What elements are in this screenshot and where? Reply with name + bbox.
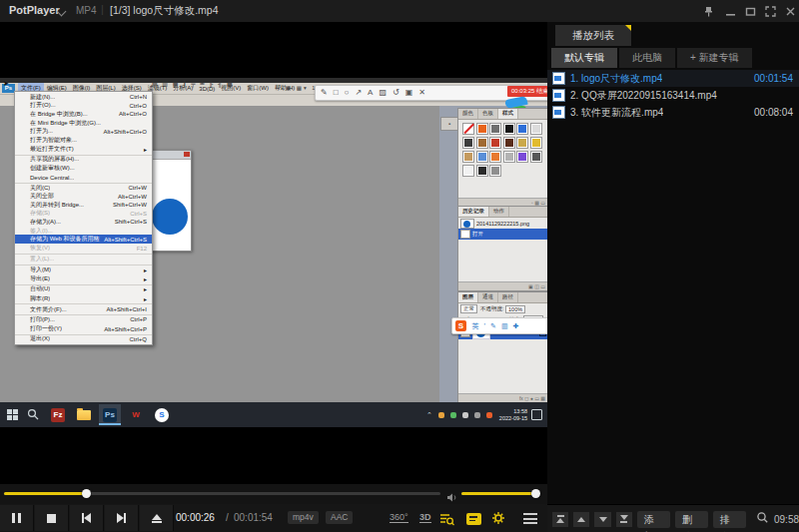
tray-icon[interactable] <box>450 412 456 418</box>
file-menu-item[interactable]: 导出(E) ▸ <box>15 274 152 285</box>
playlist-item[interactable]: 1. logo尺寸修改.mp4 00:01:54 <box>547 70 799 87</box>
move-top-button[interactable] <box>552 512 568 527</box>
stop-button[interactable] <box>35 505 69 531</box>
file-menu-item[interactable]: 置入(L)... <box>15 255 152 266</box>
minimize-button[interactable] <box>721 3 739 19</box>
file-menu-item[interactable]: 最近打开文件(T) ▸ <box>15 145 152 156</box>
delete-button[interactable]: 删除 <box>675 511 708 528</box>
ime-toolbar-icon[interactable]: 英 <box>472 321 479 331</box>
panel-tab[interactable]: 图层 <box>458 292 478 302</box>
panel-collapse-button[interactable]: ▪ <box>440 117 458 131</box>
file-menu-item[interactable]: 退出(X) Ctrl+Q <box>15 335 152 344</box>
taskbar-clock[interactable]: 13:58 2022-09-15 <box>499 408 527 421</box>
style-swatch[interactable] <box>476 123 488 135</box>
opacity-value[interactable]: 100% <box>505 305 525 313</box>
file-menu-item[interactable]: 打开为... Alt+Shift+Ctrl+O <box>15 127 152 136</box>
fullscreen-button[interactable] <box>761 3 779 19</box>
history-snapshot-row[interactable]: 20141129222215.png <box>458 218 548 229</box>
file-menu-item[interactable]: 关闭(C) Ctrl+W <box>15 184 152 193</box>
tray-icon[interactable] <box>438 412 444 418</box>
tray-icon[interactable] <box>486 412 492 418</box>
taskbar-app-button[interactable] <box>73 404 95 425</box>
style-swatch[interactable] <box>462 165 474 177</box>
file-menu-item[interactable]: 打开为智能对象... <box>15 136 152 145</box>
style-swatch[interactable] <box>476 165 488 177</box>
file-menu-item[interactable]: 自动(U) ▸ <box>15 285 152 294</box>
move-bottom-button[interactable] <box>616 512 632 527</box>
start-button[interactable] <box>7 409 18 420</box>
taskbar-app-button[interactable]: S <box>151 404 173 425</box>
close-button[interactable] <box>781 3 799 19</box>
file-menu-item[interactable]: 脚本(R) ▸ <box>15 293 152 304</box>
style-swatch[interactable] <box>489 123 501 135</box>
style-swatch[interactable] <box>489 137 501 149</box>
ime-toolbar-icon[interactable]: ▥ <box>501 322 508 330</box>
style-swatch[interactable] <box>489 165 501 177</box>
file-menu-item[interactable]: 共享我的屏幕(H)... <box>15 156 152 165</box>
recorder-tool-icon[interactable]: ✎ <box>321 87 328 99</box>
move-up-button[interactable] <box>573 512 589 527</box>
next-button[interactable] <box>105 505 139 531</box>
file-menu-item[interactable]: 恢复(V) F12 <box>15 244 152 255</box>
eject-button[interactable] <box>140 505 174 531</box>
panel-tab[interactable]: 通道 <box>478 292 498 302</box>
taskbar-app-button[interactable]: Ps <box>99 404 121 425</box>
panel-tab[interactable]: 历史记录 <box>458 207 489 217</box>
volume-bar[interactable] <box>461 492 539 495</box>
file-menu-item[interactable]: 打印一份(Y) Alt+Shift+Ctrl+P <box>15 324 152 335</box>
tray-expand-icon[interactable]: ⌃ <box>426 411 432 419</box>
file-menu-item[interactable]: 在 Bridge 中浏览(B)... Alt+Ctrl+O <box>15 110 152 119</box>
title-bar[interactable]: PotPlayer MP4 | [1/3] logo尺寸修改.mp4 <box>0 0 799 23</box>
ps-document-window[interactable] <box>148 150 192 252</box>
file-menu-item[interactable]: 文件简介(F)... Alt+Shift+Ctrl+I <box>15 304 152 315</box>
sogou-s-icon[interactable]: S <box>455 320 466 331</box>
tray-icon[interactable] <box>462 412 468 418</box>
recorder-tool-icon[interactable]: □ <box>334 87 339 99</box>
ps-menu-item[interactable]: 窗口(W) <box>244 83 272 94</box>
subtitle-button[interactable] <box>466 513 481 525</box>
maximize-button[interactable] <box>741 3 759 19</box>
playlist-search-button[interactable] <box>439 512 454 530</box>
history-step-row[interactable]: 打开 <box>458 229 548 240</box>
add-button[interactable]: 添加 <box>637 511 670 528</box>
ime-toolbar-icon[interactable]: ✚ <box>513 322 519 330</box>
ps-document-titlebar[interactable] <box>149 151 191 160</box>
playlist-subtab[interactable]: + 新建专辑 <box>677 48 752 68</box>
playlist-search-button-2[interactable] <box>756 510 769 528</box>
playlist-item[interactable]: 3. 软件更新流程.mp4 00:08:04 <box>547 104 799 121</box>
ps-align-icons[interactable]: ▤ ▥ ▦ ┃ ╤ ╧ ╟ ╢ ▩ <box>152 80 234 87</box>
playlist-item[interactable]: 2. QQ录屏20220915163414.mp4 <box>547 87 799 104</box>
style-swatch[interactable] <box>489 151 501 163</box>
recorder-tool-icon[interactable]: ✕ <box>418 87 425 99</box>
layers-panel-footer[interactable]: fx ◻ ● ▭ ▦ <box>458 393 548 402</box>
file-menu-item[interactable]: 在 Mini Bridge 中浏览(G)... <box>15 119 152 128</box>
tab-playlist[interactable]: 播放列表 <box>555 25 631 46</box>
recorder-tool-icon[interactable]: ↺ <box>393 87 400 99</box>
view-3d-button[interactable]: 3D <box>419 512 431 523</box>
file-menu-item[interactable]: 打印(P)... Ctrl+P <box>15 315 152 324</box>
file-menu-item[interactable]: 关闭并转到 Bridge... Shift+Ctrl+W <box>15 201 152 210</box>
file-menu-item[interactable]: 存储为 Web 和设备所用格式(D)... Alt+Shift+Ctrl+S <box>15 235 152 244</box>
seek-bar[interactable] <box>4 492 440 495</box>
ime-toolbar-icon[interactable]: ’ <box>484 322 486 329</box>
move-tool-icon[interactable]: ➤ <box>3 80 9 88</box>
history-panel-footer[interactable]: ▣ ◫ ▭ <box>458 281 548 290</box>
style-swatch[interactable] <box>503 151 515 163</box>
file-menu-item[interactable]: 存储(S) Ctrl+S <box>15 210 152 219</box>
file-menu-item[interactable]: 打开(O)... Ctrl+O <box>15 102 152 111</box>
style-swatch[interactable] <box>503 137 515 149</box>
video-area[interactable]: Ps 文件(F)编辑(E)图像(I)图层(L)选择(S)滤镜(T)分析(A)3D… <box>0 22 547 484</box>
recorder-tool-icon[interactable]: A <box>368 87 373 99</box>
recorder-tool-icon[interactable]: ○ <box>345 87 350 99</box>
seek-knob[interactable] <box>82 489 91 498</box>
move-down-button[interactable] <box>594 512 610 527</box>
tray-icon[interactable] <box>474 412 480 418</box>
taskbar-app-button[interactable]: Fz <box>47 404 69 425</box>
recorder-tool-icon[interactable]: ▨ <box>379 87 387 99</box>
pin-button[interactable] <box>699 3 717 19</box>
volume-knob[interactable] <box>531 489 540 498</box>
pause-button[interactable] <box>0 505 34 531</box>
style-swatch[interactable] <box>530 123 542 135</box>
recorder-tool-icon[interactable]: ↗ <box>355 87 362 99</box>
style-swatch[interactable] <box>516 151 528 163</box>
